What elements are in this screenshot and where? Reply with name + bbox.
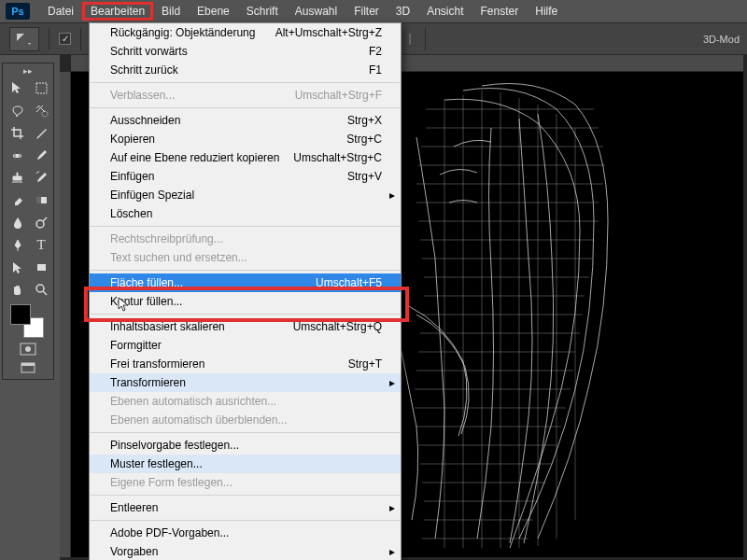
menu-separator <box>91 226 400 227</box>
lasso-tool[interactable] <box>5 99 29 121</box>
menu-separator <box>91 495 400 496</box>
eyedropper-tool[interactable] <box>29 121 53 144</box>
menu-item[interactable]: Rückgängig: ObjektänderungAlt+Umschalt+S… <box>90 23 401 42</box>
menu-item[interactable]: Inhaltsbasiert skalierenUmschalt+Strg+Q <box>90 317 401 336</box>
hand-tool[interactable] <box>5 278 29 301</box>
zoom-tool[interactable] <box>29 278 53 301</box>
submenu-arrow-icon: ▸ <box>389 501 395 514</box>
svg-point-32 <box>36 220 44 228</box>
move-tool[interactable] <box>5 77 29 99</box>
rectangle-tool[interactable] <box>29 256 53 278</box>
menu-item-label: Einfügen <box>110 170 154 183</box>
menu-item[interactable]: Fläche füllen...Umschalt+F5 <box>90 273 401 292</box>
menu-item-label: Transformieren <box>110 376 186 389</box>
svg-point-36 <box>25 346 31 352</box>
healing-brush-tool[interactable] <box>5 144 29 166</box>
menu-item-label: Adobe PDF-Vorgaben... <box>110 526 229 539</box>
menu-schrift[interactable]: Schrift <box>238 2 287 21</box>
menu-filter[interactable]: Filter <box>345 2 388 21</box>
menu-item: Verblassen...Umschalt+Strg+F <box>90 86 401 105</box>
menu-item: Ebenen automatisch ausrichten... <box>90 392 401 411</box>
gradient-tool[interactable] <box>29 189 53 211</box>
divider <box>425 28 426 50</box>
menu-item-label: Frei transformieren <box>110 357 204 371</box>
menu-item-shortcut: F2 <box>369 45 382 58</box>
marquee-tool[interactable] <box>29 77 53 99</box>
menu-item-label: Schritt zurück <box>110 63 178 77</box>
menu-item-shortcut: Alt+Umschalt+Strg+Z <box>275 26 382 39</box>
pen-tool[interactable] <box>5 233 29 256</box>
quick-select-tool[interactable] <box>29 99 53 121</box>
blur-tool[interactable] <box>5 211 29 233</box>
menu-datei[interactable]: Datei <box>39 2 82 21</box>
history-brush-tool[interactable] <box>29 166 53 189</box>
foreground-color-swatch[interactable] <box>10 304 31 325</box>
path-select-tool[interactable] <box>5 256 29 278</box>
mouse-cursor <box>118 297 133 316</box>
menu-item[interactable]: Frei transformierenStrg+T <box>90 355 401 373</box>
menu-item[interactable]: Auf eine Ebene reduziert kopierenUmschal… <box>90 148 401 167</box>
menu-item-shortcut: Umschalt+Strg+Q <box>293 320 382 333</box>
menu-item[interactable]: Entleeren▸ <box>90 498 401 517</box>
screen-mode-toggle[interactable] <box>5 358 51 377</box>
menu-item[interactable]: Kontur füllen... <box>90 292 401 311</box>
menu-item-label: Rückgängig: Objektänderung <box>110 26 255 39</box>
color-swatches[interactable] <box>5 301 51 340</box>
menu-item[interactable]: Muster festlegen... <box>90 455 401 473</box>
panel-collapse-handle[interactable]: ▸▸ <box>5 65 51 77</box>
menu-item[interactable]: Schritt zurückF1 <box>90 61 401 79</box>
menu-item: Text suchen und ersetzen... <box>90 248 401 267</box>
menu-bar: Ps DateiBearbeitenBildEbeneSchriftAuswah… <box>0 0 747 22</box>
menu-item-label: Formgitter <box>110 339 162 352</box>
menu-separator <box>91 270 400 271</box>
svg-rect-33 <box>37 264 46 271</box>
menu-item[interactable]: EinfügenStrg+V <box>90 167 401 186</box>
menu-ebene[interactable]: Ebene <box>189 2 238 21</box>
menu-item-label: Inhaltsbasiert skalieren <box>110 320 225 333</box>
menu-item-label: Ebenen automatisch überblenden... <box>110 413 287 427</box>
menu-hilfe[interactable]: Hilfe <box>527 2 566 21</box>
mode-label[interactable]: 3D-Mod <box>703 34 740 45</box>
menu-item[interactable]: Pinselvorgabe festlegen... <box>90 436 401 455</box>
menu-item-label: Text suchen und ersetzen... <box>110 251 247 264</box>
menu-item[interactable]: Adobe PDF-Vorgaben... <box>90 524 401 542</box>
menu-item[interactable]: Transformieren▸ <box>90 373 401 392</box>
menu-auswahl[interactable]: Auswahl <box>287 2 345 21</box>
menu-fenster[interactable]: Fenster <box>472 2 528 21</box>
menu-item[interactable]: Löschen <box>90 204 401 223</box>
menu-item-label: Entleeren <box>110 501 158 514</box>
menu-bild[interactable]: Bild <box>153 2 189 21</box>
menu-item[interactable]: Vorgaben▸ <box>90 542 401 560</box>
type-tool[interactable]: T <box>29 233 53 256</box>
crop-tool[interactable] <box>5 121 29 144</box>
menu-item[interactable]: Formgitter <box>90 336 401 355</box>
tool-preset-picker[interactable] <box>9 27 39 51</box>
clone-stamp-tool[interactable] <box>5 166 29 189</box>
menu-item[interactable]: KopierenStrg+C <box>90 130 401 148</box>
menu-item: Rechtschreibprüfung... <box>90 230 401 248</box>
svg-rect-26 <box>409 34 411 45</box>
svg-rect-29 <box>13 154 21 158</box>
svg-rect-31 <box>36 197 41 203</box>
menu-ansicht[interactable]: Ansicht <box>418 2 472 21</box>
submenu-arrow-icon: ▸ <box>389 545 395 558</box>
menu-item-label: Muster festlegen... <box>110 457 203 470</box>
menu-item-shortcut: Umschalt+Strg+C <box>293 151 382 164</box>
menu-item-label: Kopieren <box>110 133 155 146</box>
menu-item-label: Rechtschreibprüfung... <box>110 232 223 245</box>
menu-bearbeiten[interactable]: Bearbeiten <box>82 2 153 21</box>
quick-mask-toggle[interactable] <box>5 340 51 358</box>
menu-item[interactable]: Schritt vorwärtsF2 <box>90 42 401 61</box>
dodge-tool[interactable] <box>29 211 53 233</box>
menu-3d[interactable]: 3D <box>388 2 418 21</box>
brush-tool[interactable] <box>29 144 53 166</box>
menu-item-shortcut: Strg+V <box>347 170 382 183</box>
eraser-tool[interactable] <box>5 189 29 211</box>
menu-item[interactable]: Einfügen Spezial▸ <box>90 186 401 204</box>
edit-menu-dropdown: Rückgängig: ObjektänderungAlt+Umschalt+S… <box>89 22 402 560</box>
submenu-arrow-icon: ▸ <box>389 189 395 202</box>
auto-select-checkbox[interactable]: ✓ <box>59 33 71 45</box>
vertical-ruler[interactable] <box>60 72 71 557</box>
menu-item[interactable]: AusschneidenStrg+X <box>90 111 401 130</box>
menu-item-label: Auf eine Ebene reduziert kopieren <box>110 151 279 164</box>
